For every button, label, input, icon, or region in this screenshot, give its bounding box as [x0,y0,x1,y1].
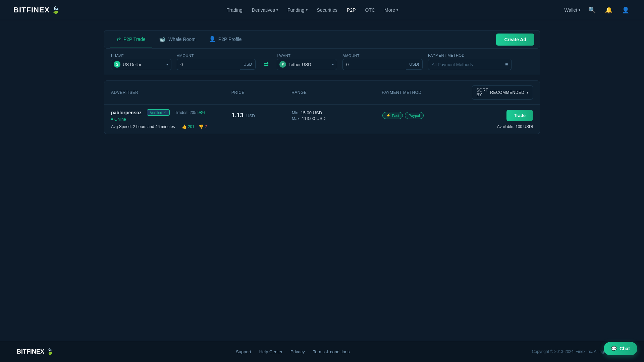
payment-method-label: Payment Method [428,53,512,57]
logo-text: BITFINEX [13,6,50,14]
advertiser-info: pablorpensoz Verified ✓ Trades: 235 98% [111,109,231,122]
i-want-amount-label: Amount [342,54,423,58]
create-ad-button[interactable]: Create Ad [496,34,534,46]
i-want-currency-wrapper: ₮ Tether USD ▾ [277,59,337,70]
footer-logo: BITFINEX 🍃 [17,348,54,355]
avg-speed-value: 2 hours and 46 minutes [133,124,175,129]
tab-p2p-trade[interactable]: ⇄ P2P Trade [110,31,152,48]
advertiser-row-content: pablorpensoz Verified ✓ Trades: 235 98% [111,109,533,122]
chevron-down-icon: ▾ [527,90,529,95]
footer-links: Support Help Center Privacy Terms & cond… [236,349,350,354]
chevron-down-icon: ▾ [579,8,580,12]
nav-securities[interactable]: Securities [317,7,337,13]
col-range: Range [291,90,382,95]
max-value: 113.00 USD [302,116,326,121]
min-label: Min: [292,111,300,115]
sort-by-control[interactable]: Sort by Recommended ▾ [472,85,533,100]
available-value: 100 USDt [516,124,533,129]
col-payment-method: Payment Method [382,90,472,95]
tab-whale-room[interactable]: 🐋 Whale Room [152,31,202,48]
payment-methods: ⚡ Fast Paypal [382,112,473,119]
chevron-down-icon: ▾ [276,8,278,12]
swap-currencies-button[interactable]: ⇄ [261,61,271,68]
i-have-group: I Have $ US Dollar ▾ [111,54,171,70]
col-price: Price [231,90,291,95]
footer: BITFINEX 🍃 Support Help Center Privacy T… [0,341,644,362]
user-account-button[interactable]: 👤 [621,5,631,15]
i-have-currency-wrapper: $ US Dollar ▾ [111,59,171,70]
chevron-down-icon: ▾ [306,8,308,12]
advertiser-name: pablorpensoz [111,110,142,115]
verified-check-icon: ✓ [164,110,167,115]
logo-leaf-icon: 🍃 [52,6,60,14]
footer-terms-link[interactable]: Terms & conditions [313,349,350,354]
available-label: Available: [497,124,515,129]
avg-speed-label: Avg Speed: [111,124,133,129]
avg-speed: Avg Speed: 2 hours and 46 minutes [111,124,175,129]
online-indicator [111,118,113,120]
payment-method-list-icon[interactable]: ≡ [502,59,512,70]
amount-label: Amount [177,54,256,58]
price-cell: 1.13 USD [231,112,292,119]
whale-room-icon: 🐋 [159,36,166,42]
i-want-amount-unit: USDt [406,59,423,70]
verified-badge: Verified ✓ [147,109,170,116]
tabs-list: ⇄ P2P Trade 🐋 Whale Room 👤 P2P Profile [110,31,249,48]
advertiser-status: Online [111,117,231,122]
fast-icon: ⚡ [386,113,391,118]
chat-button[interactable]: 💬 Chat [604,342,637,355]
advertiser-table: Advertiser Price Range Payment Method So… [104,80,540,134]
payment-tag-paypal: Paypal [405,112,424,119]
payment-tag-fast: ⚡ Fast [382,112,403,119]
amount-unit: USD [240,59,256,70]
table-row: pablorpensoz Verified ✓ Trades: 235 98% [104,105,540,134]
p2p-profile-icon: 👤 [209,36,216,42]
navbar: BITFINEX 🍃 Trading Derivatives ▾ Funding… [0,0,644,20]
filter-bar: I Have $ US Dollar ▾ Amount USD ⇄ I Want… [104,49,540,75]
chat-icon: 💬 [611,346,617,351]
nav-links: Trading Derivatives ▾ Funding ▾ Securiti… [227,7,398,13]
col-advertiser: Advertiser [111,90,231,95]
sort-by-label: Sort by [476,88,488,97]
footer-leaf-icon: 🍃 [46,348,54,355]
tabs-bar: ⇄ P2P Trade 🐋 Whale Room 👤 P2P Profile C… [104,30,540,49]
footer-support-link[interactable]: Support [236,349,251,354]
main-content: ⇄ P2P Trade 🐋 Whale Room 👤 P2P Profile C… [87,20,557,144]
amount-group: Amount USD [177,54,256,70]
nav-more[interactable]: More ▾ [384,7,398,13]
nav-p2p[interactable]: P2P [347,7,356,13]
nav-funding[interactable]: Funding ▾ [287,7,308,13]
nav-trading[interactable]: Trading [227,7,243,13]
nav-derivatives[interactable]: Derivatives ▾ [252,7,278,13]
thumbs-up: 👍 201 [182,124,195,129]
tab-p2p-profile[interactable]: 👤 P2P Profile [202,31,249,48]
amount-input[interactable] [177,59,240,70]
search-button[interactable]: 🔍 [587,5,597,15]
max-label: Max: [292,116,301,121]
thumbs-rating: 👍 201 👎 2 [182,124,207,129]
i-want-group: I Want ₮ Tether USD ▾ [277,54,337,70]
price-currency: USD [246,114,255,118]
logo[interactable]: BITFINEX 🍃 [13,6,60,14]
price-value: 1.13 [231,112,243,119]
nav-otc[interactable]: OTC [365,7,375,13]
trade-button[interactable]: Trade [506,110,533,121]
footer-help-center-link[interactable]: Help Center [259,349,282,354]
payment-method-filter-group: Payment Method ≡ [428,53,512,70]
min-value: 15.00 USD [301,110,322,115]
notifications-button[interactable]: 🔔 [604,5,614,15]
chevron-down-icon: ▾ [396,8,398,12]
trades-info: Trades: 235 98% [175,110,206,115]
extra-row: Avg Speed: 2 hours and 46 minutes 👍 201 … [111,122,533,129]
i-want-amount-input[interactable] [342,59,406,70]
footer-privacy-link[interactable]: Privacy [290,349,305,354]
payment-method-input[interactable] [428,59,502,70]
chat-label: Chat [620,346,630,351]
p2p-trade-icon: ⇄ [116,36,121,42]
available-info: Available: 100 USDt [497,124,533,129]
thumbs-down: 👎 2 [199,124,207,129]
trades-percentage: 98% [198,110,206,115]
wallet-button[interactable]: Wallet ▾ [565,7,580,13]
i-have-label: I Have [111,54,171,58]
nav-actions: Wallet ▾ 🔍 🔔 👤 [565,5,631,15]
